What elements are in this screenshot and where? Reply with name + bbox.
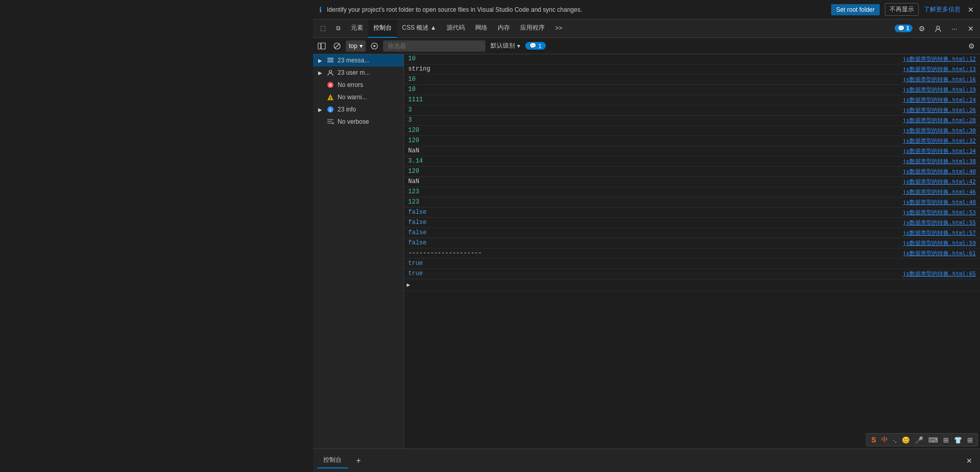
info-sidebar-icon: i — [326, 105, 335, 114]
ime-voice-icon[interactable]: 🎤 — [914, 436, 925, 444]
console-source-link[interactable]: js数据类型的转换.html:55 — [903, 218, 980, 227]
bottom-close-button[interactable]: ✕ — [963, 454, 976, 467]
svg-line-4 — [335, 44, 339, 48]
live-expression-button[interactable] — [368, 39, 381, 53]
console-value: NaN — [404, 147, 903, 155]
svg-point-6 — [373, 45, 375, 47]
tab-bar: ⬚ ⧉ 元素 控制台 CSS 概述 ▲ 源代码 网络 内存 应用程序 >> 💬 … — [313, 19, 980, 38]
console-settings-button[interactable]: ⚙ — [965, 39, 978, 53]
console-source-link[interactable]: js数据类型的转换.html:28 — [903, 116, 980, 125]
console-sidebar: ▶ 23 messa... ▶ 23 user m... ▶ ✕ — [313, 54, 404, 448]
console-source-link[interactable]: js数据类型的转换.html:12 — [903, 55, 980, 63]
bottom-tab-console[interactable]: 控制台 — [317, 453, 348, 468]
console-value: 120 — [404, 126, 903, 134]
clear-console-button[interactable] — [330, 39, 344, 53]
console-value: false — [404, 229, 903, 237]
settings-button[interactable]: ⚙ — [915, 21, 929, 36]
svg-rect-8 — [327, 60, 333, 61]
console-value: 123 — [404, 198, 903, 206]
sidebar-item-errors[interactable]: ▶ ✕ No errors — [313, 79, 404, 91]
ime-punctuation[interactable]: ·, — [892, 436, 898, 444]
console-source-link[interactable]: js数据类型的转换.html:38 — [903, 157, 980, 166]
table-row: falsejs数据类型的转换.html:55 — [404, 218, 980, 228]
console-source-link[interactable]: js数据类型的转换.html:24 — [903, 96, 980, 104]
console-value: 10 — [404, 55, 903, 63]
console-source-link[interactable]: js数据类型的转换.html:65 — [903, 269, 980, 278]
console-value: NaN — [404, 177, 903, 186]
console-output: 10js数据类型的转换.html:12stringjs数据类型的转换.html:… — [404, 54, 980, 448]
sidebar-item-info[interactable]: ▶ i 23 info — [313, 103, 404, 116]
console-value: 3.14 — [404, 157, 903, 165]
console-source-link[interactable]: js数据类型的转换.html:34 — [903, 147, 980, 155]
sidebar-item-messages[interactable]: ▶ 23 messa... — [313, 54, 404, 66]
user-messages-icon — [326, 69, 335, 77]
sidebar-item-verbose[interactable]: ▶ No verbose — [313, 116, 404, 128]
console-source-link[interactable]: js数据类型的转换.html:16 — [903, 75, 980, 84]
level-dropdown[interactable]: 默认级别 ▾ — [487, 40, 523, 52]
console-toolbar: top ▾ 默认级别 ▾ 💬 1 ⚙ — [313, 38, 980, 54]
ime-sogou-icon[interactable]: S — [870, 435, 877, 444]
tab-elements-label: 元素 — [351, 24, 363, 32]
tab-elements[interactable]: 元素 — [346, 19, 368, 38]
console-source-link[interactable]: js数据类型的转换.html:48 — [903, 198, 980, 207]
tab-network[interactable]: 网络 — [470, 19, 493, 38]
console-source-link[interactable]: js数据类型的转换.html:42 — [903, 177, 980, 186]
context-dropdown[interactable]: top ▾ — [346, 40, 366, 52]
sidebar-toggle-button[interactable] — [315, 39, 328, 53]
learn-more-link[interactable]: 了解更多信息 — [924, 5, 961, 14]
console-source-link[interactable]: js数据类型的转换.html:19 — [903, 85, 980, 94]
table-row: falsejs数据类型的转换.html:53 — [404, 208, 980, 218]
console-source-link[interactable]: js数据类型的转换.html:61 — [903, 249, 980, 258]
ime-keyboard-icon[interactable]: ⌨ — [927, 436, 940, 444]
tab-memory[interactable]: 内存 — [493, 19, 515, 38]
more-options-button[interactable]: ··· — [947, 21, 962, 36]
tab-console[interactable]: 控制台 — [368, 19, 397, 38]
messages-list-icon — [326, 56, 335, 64]
console-source-link[interactable]: js数据类型的转换.html:30 — [903, 126, 980, 135]
console-source-link[interactable]: js数据类型的转换.html:32 — [903, 137, 980, 145]
console-value: 123 — [404, 188, 903, 196]
svg-rect-17 — [327, 119, 333, 120]
ime-emoji-icon[interactable]: 😊 — [900, 436, 911, 444]
console-source-link[interactable]: js数据类型的转换.html:13 — [903, 65, 980, 74]
account-button[interactable] — [931, 21, 945, 36]
console-source-link[interactable]: js数据类型的转换.html:40 — [903, 167, 980, 176]
console-source-link[interactable]: js数据类型的转换.html:53 — [903, 208, 980, 217]
no-show-button[interactable]: 不再显示 — [885, 3, 919, 16]
info-icon: ℹ — [319, 6, 322, 14]
info-bar-close-icon[interactable]: ✕ — [968, 6, 974, 14]
add-tab-button[interactable]: + — [352, 454, 365, 467]
expand-row-button[interactable]: ▶ — [404, 280, 412, 290]
console-source-link[interactable]: js数据类型的转换.html:46 — [903, 188, 980, 196]
errors-icon: ✕ — [326, 81, 335, 89]
sidebar-item-warnings[interactable]: ▶ ! No warni... — [313, 91, 404, 103]
message-badge[interactable]: 💬 1 — [525, 42, 546, 50]
svg-rect-19 — [327, 123, 332, 124]
console-source-link[interactable]: js数据类型的转换.html:26 — [903, 106, 980, 115]
ime-chinese-mode[interactable]: 中 — [880, 435, 889, 445]
tab-css[interactable]: CSS 概述 ▲ — [397, 19, 441, 38]
tab-application[interactable]: 应用程序 — [515, 19, 550, 38]
console-badge: 💬 1 — [895, 25, 912, 32]
console-value: 10 — [404, 75, 903, 83]
ime-layout-icon[interactable]: ⊞ — [966, 436, 974, 444]
console-source-link[interactable]: js数据类型的转换.html:57 — [903, 229, 980, 237]
tab-more[interactable]: >> — [550, 19, 567, 38]
filter-input[interactable] — [383, 40, 485, 52]
console-source-link[interactable]: js数据类型的转换.html:59 — [903, 239, 980, 248]
table-row: stringjs数据类型的转换.html:13 — [404, 64, 980, 75]
expand-user-icon: ▶ — [317, 70, 323, 76]
table-row: --------------------js数据类型的转换.html:61 — [404, 249, 980, 259]
ime-grid-icon[interactable]: ⊞ — [942, 436, 950, 444]
tab-network-label: 网络 — [475, 24, 487, 32]
tab-inspect[interactable]: ⬚ — [315, 19, 331, 38]
console-value: 10 — [404, 85, 903, 94]
tab-copy[interactable]: ⧉ — [331, 19, 346, 38]
ime-skin-icon[interactable]: 👕 — [952, 436, 964, 444]
set-root-folder-button[interactable]: Set root folder — [831, 4, 880, 15]
close-devtools-button[interactable]: ✕ — [964, 21, 978, 36]
bottom-tab-console-label: 控制台 — [323, 456, 342, 463]
sidebar-item-user-messages[interactable]: ▶ 23 user m... — [313, 66, 404, 79]
tab-sources[interactable]: 源代码 — [441, 19, 470, 38]
table-row: 3js数据类型的转换.html:28 — [404, 116, 980, 126]
